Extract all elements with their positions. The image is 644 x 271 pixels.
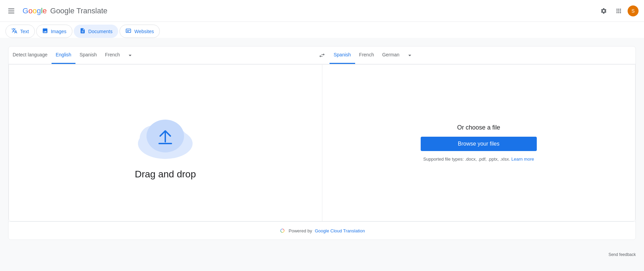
- source-english-btn[interactable]: English: [52, 46, 75, 64]
- tab-images[interactable]: Images: [36, 25, 72, 38]
- images-tab-icon: [42, 28, 48, 35]
- apps-button[interactable]: [613, 5, 625, 17]
- documents-tab-icon: [80, 28, 86, 35]
- powered-by-text: Powered by: [289, 228, 312, 233]
- header-left: Google Google Translate: [5, 5, 108, 17]
- app-logo: Google Google Translate: [23, 6, 108, 15]
- target-german-btn[interactable]: German: [378, 46, 404, 64]
- tab-text-label: Text: [20, 29, 29, 34]
- drag-drop-area[interactable]: Drag and drop: [9, 65, 322, 221]
- header-right: S: [598, 5, 639, 17]
- source-language-panel: Detect language English Spanish French: [9, 46, 314, 64]
- language-row: Detect language English Spanish French S…: [9, 46, 635, 64]
- settings-button[interactable]: [598, 5, 610, 17]
- drag-drop-text: Drag and drop: [135, 169, 196, 180]
- menu-button[interactable]: [5, 5, 17, 17]
- svg-rect-1: [8, 11, 14, 11]
- upload-area: Drag and drop Or choose a file Browse yo…: [9, 64, 635, 221]
- tab-documents-label: Documents: [88, 29, 113, 34]
- google-cloud-icon: [279, 227, 286, 234]
- tab-text[interactable]: Text: [5, 25, 35, 38]
- websites-tab-icon: [125, 28, 131, 35]
- detect-language-btn[interactable]: Detect language: [9, 46, 52, 64]
- svg-rect-2: [8, 13, 14, 13]
- text-tab-icon: [11, 28, 17, 35]
- send-feedback-link[interactable]: Send feedback: [608, 252, 636, 257]
- target-french-btn[interactable]: French: [355, 46, 378, 64]
- learn-more-link[interactable]: Learn more: [512, 157, 534, 162]
- tab-websites[interactable]: Websites: [120, 25, 159, 38]
- app-header: Google Google Translate S: [0, 0, 644, 22]
- app-name-label: Google Translate: [50, 6, 108, 15]
- powered-by-bar: Powered by Google Cloud Translation: [9, 221, 635, 240]
- tab-images-label: Images: [51, 29, 67, 34]
- tab-websites-label: Websites: [134, 29, 154, 34]
- browse-files-button[interactable]: Browse your files: [421, 137, 537, 151]
- choose-file-text: Or choose a file: [457, 124, 500, 131]
- source-spanish-btn[interactable]: Spanish: [75, 46, 101, 64]
- google-cloud-link[interactable]: Google Cloud Translation: [315, 228, 365, 233]
- cloud-upload-icon: [131, 106, 199, 161]
- target-lang-more-btn[interactable]: [404, 48, 416, 63]
- upload-section: Detect language English Spanish French S…: [8, 46, 636, 240]
- main-content: Detect language English Spanish French S…: [0, 38, 644, 248]
- source-french-btn[interactable]: French: [101, 46, 124, 64]
- swap-languages-button[interactable]: [316, 49, 328, 62]
- user-avatar[interactable]: S: [628, 5, 639, 16]
- tab-documents[interactable]: Documents: [74, 25, 118, 38]
- supported-types-text: Supported file types: .docx, .pdf, .pptx…: [423, 157, 534, 162]
- tab-bar: Text Images Documents Websites: [0, 22, 644, 38]
- target-language-panel: Spanish French German: [330, 46, 635, 64]
- source-lang-more-btn[interactable]: [124, 48, 136, 63]
- svg-rect-0: [8, 9, 14, 9]
- page-footer: Send feedback: [0, 248, 644, 261]
- target-spanish-btn[interactable]: Spanish: [330, 46, 355, 64]
- browse-area: Or choose a file Browse your files Suppo…: [322, 65, 635, 221]
- swap-area: [314, 46, 330, 64]
